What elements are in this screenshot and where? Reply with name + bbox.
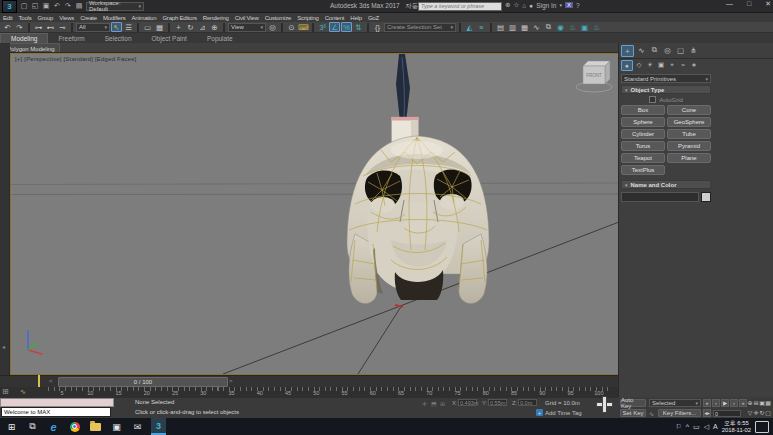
menu-item[interactable]: Scripting <box>294 15 322 21</box>
absolute-offset-mode-icon[interactable]: ⊞ <box>440 400 445 407</box>
separator[interactable] <box>28 23 30 32</box>
menu-item[interactable]: Views <box>56 15 77 21</box>
primitive-button[interactable]: Plane <box>667 153 711 163</box>
curve-editor-icon[interactable]: ∿ <box>531 22 542 32</box>
chrome-app-icon[interactable] <box>67 419 82 434</box>
network-tray-icon[interactable]: ▭ <box>693 423 700 431</box>
primitive-button[interactable]: Cylinder <box>621 129 665 139</box>
primitive-button[interactable]: TextPlus <box>621 165 665 175</box>
ribbon-tab[interactable]: Populate <box>197 34 243 43</box>
key-set-dropdown[interactable]: Selected▾ <box>649 399 701 407</box>
ribbon-tab[interactable]: Modeling <box>0 33 48 43</box>
separator[interactable] <box>367 23 369 32</box>
open-mini-curve-editor-icon[interactable]: ⊞ <box>2 388 10 396</box>
menu-item[interactable]: Civil View <box>232 15 262 21</box>
select-and-place-icon[interactable]: ⊕ <box>209 22 220 32</box>
spinner-snap-icon[interactable]: ⇅ <box>353 22 364 32</box>
current-frame-field[interactable]: 0 <box>713 410 741 417</box>
helmet-model[interactable] <box>347 54 489 304</box>
maximize-button[interactable]: □ <box>747 0 751 8</box>
separator[interactable] <box>312 23 314 32</box>
y-coordinate-field[interactable]: 0.55m <box>488 399 507 406</box>
separator[interactable] <box>168 23 170 32</box>
go-to-start-button[interactable]: « <box>703 399 711 407</box>
perspective-viewport[interactable]: FRONT [+] [Perspective] [Standard] [Edge… <box>10 53 620 375</box>
open-file-icon[interactable]: ◱ <box>30 1 40 11</box>
display-tab-icon[interactable]: ▢ <box>675 45 686 55</box>
separator[interactable] <box>71 23 73 32</box>
shapes-icon[interactable]: ◇ <box>634 60 644 69</box>
zoom-extents-all-icon[interactable]: ▦ <box>765 398 771 406</box>
primitive-button[interactable]: Torus <box>621 141 665 151</box>
primitive-button[interactable]: GeoSphere <box>667 117 711 127</box>
unlink-selection-icon[interactable]: ⊷ <box>45 22 56 32</box>
primitive-category-dropdown[interactable]: Standard Primitives▾ <box>621 74 711 83</box>
select-and-rotate-icon[interactable]: ↻ <box>185 22 196 32</box>
percent-snap-icon[interactable]: % <box>341 22 352 32</box>
angle-snap-icon[interactable]: ∠ <box>329 22 340 32</box>
helpers-icon[interactable]: ⌖ <box>667 60 677 69</box>
menu-item[interactable]: GoZ <box>365 15 382 21</box>
lights-icon[interactable]: ☀ <box>645 60 655 69</box>
frame-ruler[interactable]: 5101520253035404550556065707580859095100 <box>48 387 613 398</box>
scene-explorer-icon[interactable]: ▤ <box>495 22 506 32</box>
render-production-icon[interactable]: ♨ <box>591 22 602 32</box>
space-warps-icon[interactable]: ≈ <box>678 60 688 69</box>
volume-tray-icon[interactable]: ◁ <box>704 423 709 431</box>
new-scene-icon[interactable]: ▢ <box>19 1 29 11</box>
menu-item[interactable]: Rendering <box>200 15 232 21</box>
z-coordinate-field[interactable]: 0.0m <box>518 399 537 406</box>
polygon-modeling-panel-tab[interactable]: Polygon Modeling <box>2 43 60 53</box>
primitive-button[interactable]: Cone <box>667 105 711 115</box>
selection-filter-dropdown[interactable]: All▾ <box>76 23 110 32</box>
star-icon[interactable]: ☆ <box>513 1 519 9</box>
pen-tray-icon[interactable]: ⚐ <box>676 423 682 431</box>
motion-tab-icon[interactable]: ◎ <box>662 45 673 55</box>
key-mode-icon[interactable]: ∿ <box>20 388 26 396</box>
play-button[interactable]: ▶ <box>721 399 729 407</box>
close-button[interactable]: ✕ <box>765 0 771 8</box>
maxscript-mini-listener[interactable] <box>0 398 114 407</box>
start-button[interactable]: ⊞ <box>4 419 19 434</box>
chevron-down-icon[interactable]: ▾ <box>559 2 562 8</box>
undo-icon[interactable]: ↶ <box>52 1 62 11</box>
named-selection-set-dropdown[interactable]: Create Selection Set▾ <box>384 23 456 32</box>
hidden-icons-chevron[interactable]: ^ <box>686 423 689 430</box>
primitive-button[interactable]: Teapot <box>621 153 665 163</box>
primitive-button[interactable]: Sphere <box>621 117 665 127</box>
menu-item[interactable]: Modifiers <box>100 15 129 21</box>
redo-icon[interactable]: ↷ <box>14 22 25 32</box>
ribbon-toggle-icon[interactable]: ▦ <box>519 22 530 32</box>
default-tangent-icon[interactable]: ∿ <box>649 410 654 417</box>
rendered-frame-window-icon[interactable]: ▣ <box>579 22 590 32</box>
window-crossing-icon[interactable]: ▦ <box>154 22 165 32</box>
material-editor-icon[interactable]: ◉ <box>555 22 566 32</box>
rectangular-selection-region-icon[interactable]: ▭ <box>142 22 153 32</box>
geometry-icon[interactable]: ● <box>621 60 633 71</box>
communication-center-icon[interactable]: X <box>565 2 573 8</box>
select-by-name-icon[interactable]: ☰ <box>123 22 134 32</box>
snaps-toggle-3d-icon[interactable]: 3³ <box>317 22 328 32</box>
menu-item[interactable]: Edit <box>0 15 16 21</box>
layer-explorer-icon[interactable]: ▥ <box>507 22 518 32</box>
select-object-icon[interactable]: ↖ <box>111 22 122 32</box>
separator[interactable] <box>281 23 283 32</box>
save-file-icon[interactable]: ▣ <box>41 1 51 11</box>
set-project-folder-icon[interactable]: ▤ <box>74 1 84 11</box>
file-explorer-icon[interactable] <box>88 419 103 434</box>
viewport-layout-flyout-icon[interactable]: ◂ <box>2 343 5 350</box>
select-and-move-icon[interactable]: + <box>173 22 184 32</box>
edit-named-selection-sets-icon[interactable]: {} <box>372 22 383 32</box>
action-center-icon[interactable] <box>755 421 769 433</box>
search-icon[interactable]: ⊕ <box>505 1 510 9</box>
cameras-icon[interactable]: ▣ <box>656 60 666 69</box>
menu-item[interactable]: Content <box>322 15 348 21</box>
set-key-button[interactable]: Set Key <box>620 409 646 417</box>
3dsmax-app-icon[interactable]: 3 <box>151 418 166 435</box>
reference-coordinate-system-dropdown[interactable]: View▾ <box>228 23 266 32</box>
go-to-end-button[interactable]: » <box>739 399 747 407</box>
time-slider[interactable]: 0 / 100 <box>58 377 228 387</box>
hierarchy-tab-icon[interactable]: ⧉ <box>649 45 660 55</box>
object-type-rollout-header[interactable]: ▾ Object Type <box>621 85 711 94</box>
ribbon-tab[interactable]: Selection <box>95 34 142 43</box>
